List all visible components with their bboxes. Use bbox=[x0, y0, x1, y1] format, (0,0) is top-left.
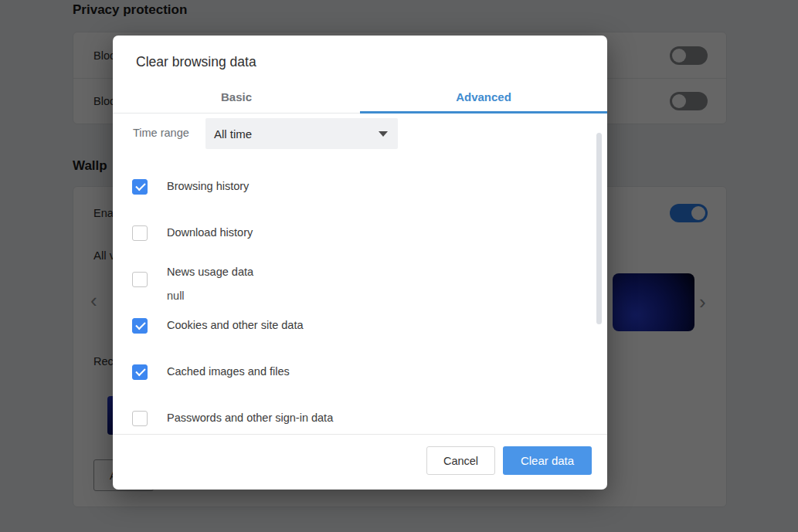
dialog-title: Clear browsing data bbox=[136, 54, 256, 70]
clear-data-button[interactable]: Clear data bbox=[503, 446, 592, 475]
checkbox[interactable] bbox=[132, 225, 148, 241]
checkbox-label: Browsing history bbox=[167, 180, 249, 192]
time-range-value: All time bbox=[214, 127, 252, 141]
checkbox[interactable] bbox=[132, 364, 148, 380]
checkbox-label: Passwords and other sign-in data bbox=[167, 412, 333, 424]
footer-divider bbox=[113, 434, 607, 435]
checkbox[interactable] bbox=[132, 411, 148, 426]
checkbox-sublabel: null bbox=[167, 290, 185, 302]
checkbox-label: News usage data bbox=[167, 266, 253, 278]
checkbox[interactable] bbox=[132, 272, 148, 287]
clear-browsing-data-dialog: Clear browsing data Basic Advanced Time … bbox=[113, 36, 607, 490]
tab-advanced[interactable]: Advanced bbox=[360, 87, 607, 113]
checkbox[interactable] bbox=[132, 179, 148, 195]
dropdown-caret-icon bbox=[379, 131, 388, 137]
checkbox-label: Cookies and other site data bbox=[167, 319, 304, 331]
tab-basic[interactable]: Basic bbox=[113, 87, 360, 113]
checkbox-label: Cached images and files bbox=[167, 365, 290, 378]
dialog-tabs: Basic Advanced bbox=[113, 87, 607, 114]
time-range-select[interactable]: All time bbox=[205, 118, 398, 149]
checkbox[interactable] bbox=[132, 318, 148, 334]
time-range-label: Time range bbox=[133, 127, 189, 139]
cancel-button[interactable]: Cancel bbox=[426, 446, 495, 475]
scrollbar-thumb[interactable] bbox=[596, 133, 602, 324]
checkbox-label: Download history bbox=[167, 226, 253, 239]
